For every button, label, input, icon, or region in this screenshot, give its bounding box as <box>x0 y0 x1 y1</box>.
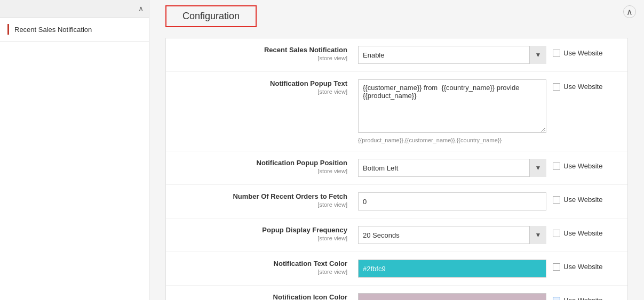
select-wrapper-frequency: 20 Seconds 30 Seconds 60 Seconds ▼ <box>358 226 546 244</box>
form-row-popup-text: Notification Popup Text [store view] {{c… <box>166 72 627 151</box>
form-row-orders: Number Of Recent Orders to Fetch [store … <box>166 185 627 218</box>
label-orders: Number Of Recent Orders to Fetch <box>177 192 347 200</box>
page-wrapper: ∧ Recent Sales Notification Configuratio… <box>0 0 644 300</box>
use-website-icon-color: Use Website <box>553 293 617 300</box>
form-label-col-icon-color: Notification Icon Color [store view] <box>177 293 358 300</box>
checkbox-text-color[interactable] <box>553 263 560 271</box>
form-control-col-icon-color: #ccb6c2 Use Website <box>358 293 617 300</box>
label-recent-sales: Recent Sales Notification <box>177 46 347 54</box>
form-control-col-orders: Use Website <box>358 192 617 210</box>
sublabel-recent-sales: [store view] <box>177 55 347 61</box>
label-position: Notification Popup Position <box>177 159 347 167</box>
use-website-label-frequency: Use Website <box>563 229 602 237</box>
sidebar-header: ∧ <box>0 0 149 18</box>
form-control-col-frequency: 20 Seconds 30 Seconds 60 Seconds ▼ Use W… <box>358 226 617 244</box>
use-website-label-text-color: Use Website <box>563 263 602 271</box>
popup-text-row: {{customer_name}} from {{country_name}} … <box>358 79 617 133</box>
select-wrapper-position: Bottom Left Bottom Right Top Left Top Ri… <box>358 159 546 177</box>
form-label-col-frequency: Popup Display Frequency [store view] <box>177 226 358 241</box>
top-right-chevron-icon[interactable]: ∧ <box>623 5 636 18</box>
icon-color-value: #ccb6c2 <box>363 298 388 301</box>
sidebar-collapse-icon[interactable]: ∧ <box>138 4 144 13</box>
sublabel-frequency: [store view] <box>177 235 347 241</box>
use-website-label-icon-color: Use Website <box>563 296 602 300</box>
use-website-label-position: Use Website <box>563 162 602 170</box>
use-website-text-color: Use Website <box>553 260 617 271</box>
form-label-col-text-color: Notification Text Color [store view] <box>177 260 358 275</box>
sidebar-item-accent <box>7 24 9 35</box>
sublabel-position: [store view] <box>177 168 347 174</box>
label-icon-color: Notification Icon Color <box>177 293 347 300</box>
form-control-col-enable: Enable Disable ▼ Use Website <box>358 46 617 64</box>
form-row-frequency: Popup Display Frequency [store view] 20 … <box>166 218 627 252</box>
frequency-select[interactable]: 20 Seconds 30 Seconds 60 Seconds <box>358 226 546 244</box>
form-section: Recent Sales Notification [store view] E… <box>165 38 628 300</box>
checkbox-position[interactable] <box>553 163 560 170</box>
config-header: Configuration <box>165 5 257 27</box>
icon-color-box[interactable]: #ccb6c2 <box>358 293 546 300</box>
form-label-col-enable: Recent Sales Notification [store view] <box>177 46 358 61</box>
form-control-col-text-color: #2fbfc9 Use Website <box>358 260 617 278</box>
form-label-col-position: Notification Popup Position [store view] <box>177 159 358 174</box>
use-website-orders: Use Website <box>553 192 617 204</box>
chevron-up-icon: ∧ <box>626 7 633 17</box>
label-popup-text: Notification Popup Text <box>177 79 347 87</box>
form-row-icon-color: Notification Icon Color [store view] #cc… <box>166 286 627 300</box>
config-title: Configuration <box>182 11 240 21</box>
sublabel-popup-text: [store view] <box>177 88 347 95</box>
checkbox-enable[interactable] <box>553 50 560 57</box>
sublabel-orders: [store view] <box>177 201 347 208</box>
use-website-label-orders: Use Website <box>563 196 602 204</box>
use-website-label-enable: Use Website <box>563 49 602 57</box>
popup-text-textarea[interactable]: {{customer_name}} from {{country_name}} … <box>358 79 546 133</box>
text-color-value: #2fbfc9 <box>363 265 386 273</box>
form-label-col-orders: Number Of Recent Orders to Fetch [store … <box>177 192 358 208</box>
sidebar: ∧ Recent Sales Notification <box>0 0 149 300</box>
use-website-label-popup-text: Use Website <box>563 83 602 91</box>
select-wrapper-enable: Enable Disable ▼ <box>358 46 546 64</box>
sublabel-text-color: [store view] <box>177 269 347 275</box>
sidebar-item-recent-sales[interactable]: Recent Sales Notification <box>0 18 149 42</box>
checkbox-popup-text[interactable] <box>553 83 560 91</box>
form-row-enable: Recent Sales Notification [store view] E… <box>166 38 627 72</box>
use-website-enable: Use Website <box>553 46 617 57</box>
form-label-col-popup-text: Notification Popup Text [store view] <box>177 79 358 95</box>
enable-select[interactable]: Enable Disable <box>358 46 546 64</box>
label-frequency: Popup Display Frequency <box>177 226 347 234</box>
use-website-frequency: Use Website <box>553 226 617 237</box>
use-website-popup-text: Use Website <box>553 79 617 91</box>
form-row-text-color: Notification Text Color [store view] #2f… <box>166 252 627 286</box>
form-row-position: Notification Popup Position [store view]… <box>166 151 627 185</box>
sidebar-item-label: Recent Sales Notification <box>14 26 92 34</box>
position-select[interactable]: Bottom Left Bottom Right Top Left Top Ri… <box>358 159 546 177</box>
orders-input[interactable] <box>358 192 546 210</box>
label-text-color: Notification Text Color <box>177 260 347 267</box>
checkbox-icon-color[interactable] <box>553 297 560 301</box>
checkbox-frequency[interactable] <box>553 230 560 237</box>
use-website-position: Use Website <box>553 159 617 170</box>
form-control-col-popup-text: {{customer_name}} from {{country_name}} … <box>358 79 617 143</box>
main-content: Configuration Recent Sales Notification … <box>149 0 644 300</box>
checkbox-orders[interactable] <box>553 196 560 204</box>
template-hint: {{product_name}},{{customer_name}},{{cou… <box>358 137 502 143</box>
text-color-box[interactable]: #2fbfc9 <box>358 260 546 278</box>
form-control-col-position: Bottom Left Bottom Right Top Left Top Ri… <box>358 159 617 177</box>
